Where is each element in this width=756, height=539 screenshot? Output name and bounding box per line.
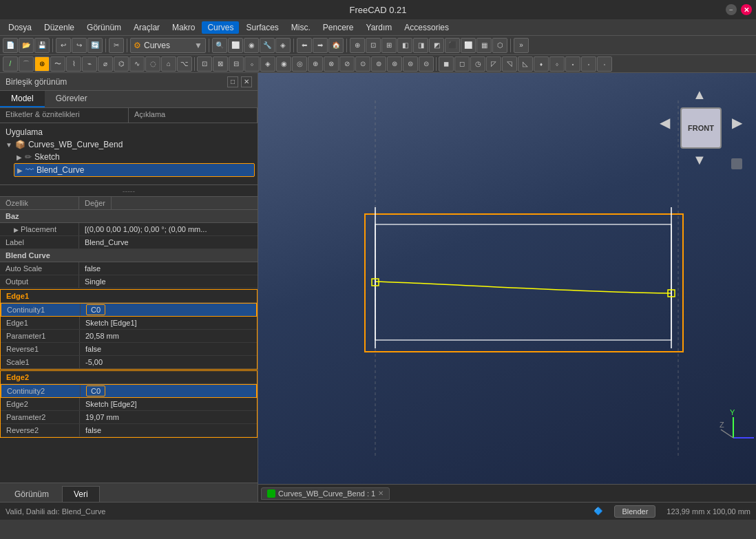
menu-accessories[interactable]: Accessories <box>399 21 454 34</box>
menu-yardim[interactable]: Yardım <box>361 21 398 34</box>
nav-left-arrow[interactable]: ◀ <box>660 114 670 131</box>
panel-close-button[interactable]: ✕ <box>241 76 252 87</box>
nav-btn-2[interactable]: ➡ <box>313 38 328 53</box>
curve-tool-10[interactable]: ◌ <box>145 56 160 72</box>
redo-button[interactable]: ↪ <box>72 38 87 53</box>
undo-button[interactable]: ↩ <box>56 38 71 53</box>
tool-btn-1[interactable]: ⊕ <box>350 38 365 53</box>
menu-misc[interactable]: Misc. <box>286 21 316 34</box>
snap-tool-11[interactable]: ⊙ <box>355 56 370 72</box>
tool-btn-2[interactable]: ⊡ <box>366 38 381 53</box>
blender-button[interactable]: Blender <box>614 505 655 518</box>
prop-row-continuity1[interactable]: Continuity1 C0 <box>1 303 257 317</box>
tree-root-item[interactable]: ▼ 📦 Curves_WB_Curve_Bend <box>3 138 255 151</box>
viewport[interactable]: X Y Z ▲ ▼ ◀ ▶ FRONT Curves_WB_Curve_Bend… <box>258 73 756 502</box>
curve-tool-1[interactable]: / <box>3 56 18 72</box>
snap-tool-10[interactable]: ⊘ <box>339 56 355 72</box>
prop-row-scale1[interactable]: Scale1 -5,00 <box>1 356 257 369</box>
bottom-tab-gorunum[interactable]: Görünüm <box>3 486 61 502</box>
view-btn-5[interactable]: ◈ <box>275 38 291 53</box>
panel-expand-button[interactable]: □ <box>227 76 238 87</box>
curve-tool-9[interactable]: ∿ <box>129 56 145 72</box>
bottom-tab-veri[interactable]: Veri <box>62 486 100 502</box>
tool-btn-9[interactable]: ▦ <box>476 38 492 53</box>
save-button[interactable]: 💾 <box>34 38 50 53</box>
view-btn-2[interactable]: ⬜ <box>228 38 243 53</box>
cut-button[interactable]: ✂ <box>109 38 124 53</box>
viewport-tab-main[interactable]: Curves_WB_Curve_Bend : 1 ✕ <box>261 487 390 500</box>
prop-row-autoscale[interactable]: Auto Scale false <box>0 262 258 275</box>
snap-tool-3[interactable]: ⊟ <box>229 56 244 72</box>
menu-pencere[interactable]: Pencere <box>317 21 359 34</box>
extra-tool-11[interactable]: ⬫ <box>597 56 612 72</box>
new-button[interactable]: 📄 <box>3 38 18 53</box>
prop-row-continuity2[interactable]: Continuity2 C0 <box>1 384 257 398</box>
tool-btn-10[interactable]: ⬡ <box>492 38 507 53</box>
snap-tool-5[interactable]: ◈ <box>260 56 275 72</box>
curve-tool-3[interactable]: ⊛ <box>34 56 50 72</box>
snap-tool-7[interactable]: ◎ <box>292 56 307 72</box>
extra-tool-8[interactable]: ⬨ <box>549 56 565 72</box>
extra-tool-9[interactable]: ⬩ <box>565 56 580 72</box>
prop-row-output[interactable]: Output Single <box>0 275 258 288</box>
curve-tool-7[interactable]: ⌀ <box>98 56 113 72</box>
menu-dosya[interactable]: Dosya <box>3 21 37 34</box>
extra-tool-3[interactable]: ◷ <box>470 56 485 72</box>
snap-tool-6[interactable]: ◉ <box>276 56 291 72</box>
menu-duzen[interactable]: Düzenle <box>39 21 80 34</box>
nav-cube-front[interactable]: FRONT <box>680 107 722 149</box>
menu-surfaces[interactable]: Surfaces <box>240 21 284 34</box>
prop-row-placement[interactable]: ▶ Placement [(0,00 0,00 1,00); 0,00 °; (… <box>0 223 258 236</box>
curve-tool-2[interactable]: ⌒ <box>19 56 34 72</box>
extra-tool-6[interactable]: ◺ <box>518 56 533 72</box>
view-btn-3[interactable]: ◉ <box>244 38 259 53</box>
curve-tool-5[interactable]: ⌇ <box>66 56 81 72</box>
tab-gorevler[interactable]: Görevler <box>45 91 98 107</box>
snap-tool-15[interactable]: ⊝ <box>419 56 434 72</box>
more-button[interactable]: » <box>514 38 529 53</box>
tool-btn-8[interactable]: ⬜ <box>461 38 476 53</box>
prop-row-edge2[interactable]: Edge2 Sketch [Edge2] <box>1 398 257 411</box>
tool-btn-7[interactable]: ⬛ <box>445 38 460 53</box>
workbench-selector[interactable]: ⚙ Curves ▼ <box>130 38 206 53</box>
nav-btn-1[interactable]: ⬅ <box>297 38 312 53</box>
nav-btn-3[interactable]: 🏠 <box>328 38 344 53</box>
nav-cube[interactable]: ▲ ▼ ◀ ▶ FRONT <box>660 87 742 169</box>
curve-tool-11[interactable]: ⌂ <box>161 56 176 72</box>
extra-tool-7[interactable]: ⬧ <box>534 56 549 72</box>
view-btn-1[interactable]: 🔍 <box>212 38 227 53</box>
refresh-button[interactable]: 🔄 <box>87 38 103 53</box>
menu-araclar[interactable]: Araçlar <box>128 21 165 34</box>
prop-row-param2[interactable]: Parameter2 19,07 mm <box>1 411 257 424</box>
tool-btn-5[interactable]: ◨ <box>413 38 428 53</box>
menu-gorunum[interactable]: Görünüm <box>81 21 127 34</box>
tree-blendcurve-item[interactable]: ▶ 〰 Blend_Curve <box>14 163 255 177</box>
viewport-tab-close[interactable]: ✕ <box>378 489 384 497</box>
nav-right-arrow[interactable]: ▶ <box>732 114 742 131</box>
view-btn-4[interactable]: 🔧 <box>260 38 275 53</box>
snap-tool-9[interactable]: ⊗ <box>324 56 339 72</box>
menu-curves[interactable]: Curves <box>202 21 239 34</box>
menu-makro[interactable]: Makro <box>167 21 200 34</box>
extra-tool-4[interactable]: ◸ <box>486 56 501 72</box>
tab-model[interactable]: Model <box>0 91 45 107</box>
tool-btn-3[interactable]: ⊞ <box>381 38 397 53</box>
snap-tool-14[interactable]: ⊜ <box>403 56 418 72</box>
snap-tool-2[interactable]: ⊠ <box>213 56 228 72</box>
extra-tool-10[interactable]: ⬪ <box>581 56 596 72</box>
extra-tool-2[interactable]: ◻ <box>454 56 470 72</box>
prop-row-param1[interactable]: Parameter1 20,58 mm <box>1 330 257 343</box>
curve-tool-4[interactable]: 〜 <box>50 56 65 72</box>
snap-tool-4[interactable]: ⬦ <box>244 56 260 72</box>
tree-sketch-item[interactable]: ▶ ✏ Sketch <box>14 151 255 163</box>
curve-tool-6[interactable]: ⌁ <box>82 56 97 72</box>
prop-row-label[interactable]: Label Blend_Curve <box>0 236 258 249</box>
extra-tool-5[interactable]: ◹ <box>502 56 517 72</box>
tool-btn-4[interactable]: ◧ <box>397 38 412 53</box>
prop-row-reverse2[interactable]: Reverse2 false <box>1 424 257 437</box>
curve-tool-12[interactable]: ⌥ <box>177 56 192 72</box>
open-button[interactable]: 📂 <box>19 38 34 53</box>
nav-down-arrow[interactable]: ▼ <box>693 152 706 168</box>
snap-tool-8[interactable]: ⊕ <box>308 56 323 72</box>
snap-tool-1[interactable]: ⊡ <box>197 56 212 72</box>
